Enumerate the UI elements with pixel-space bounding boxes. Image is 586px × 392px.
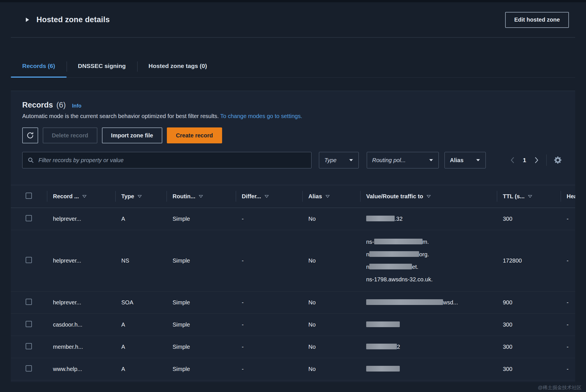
row-checkbox[interactable] [26,215,32,221]
ttl-cell: 300 [497,208,561,230]
hosted-zone-details-expander[interactable]: Hosted zone details [25,15,110,24]
record-row: member.h... A Simple - No 2 300 - [11,336,575,358]
value-cell: 2 [360,336,497,358]
delete-record-button[interactable]: Delete record [43,127,97,143]
chevron-left-icon [511,157,514,163]
import-zone-file-button[interactable]: Import zone file [102,127,162,143]
redacted-value [366,321,400,327]
row-checkbox[interactable] [26,321,32,327]
refresh-icon [26,132,34,139]
route53-hosted-zone-page: { "header": { "title": "Hosted zone deta… [0,0,586,392]
redacted-value [374,239,423,244]
info-link[interactable]: Info [72,103,81,109]
next-page-button[interactable] [533,155,540,165]
current-page[interactable]: 1 [523,157,526,164]
row-checkbox[interactable] [26,299,32,305]
redacted-value [366,216,395,221]
alias-cell: No [303,230,360,291]
record-type-cell: A [116,313,167,336]
record-name-cell: helprever... [47,208,116,230]
records-count: (6) [56,101,66,110]
tab-records[interactable]: Records (6) [11,56,67,77]
tab-hosted-zone-tags[interactable]: Hosted zone tags (0) [137,56,218,77]
health-check-cell: - [561,291,575,313]
sort-icon[interactable] [138,193,142,199]
health-check-cell: - [561,230,575,291]
differentiator-cell: - [236,208,303,230]
routing-policy-cell: Simple [167,358,236,380]
table-settings-button[interactable] [552,154,564,166]
sort-icon[interactable] [199,193,203,199]
tab-bar: Records (6) DNSSEC signing Hosted zone t… [11,38,575,78]
create-record-button[interactable]: Create record [167,127,222,143]
change-modes-settings-link[interactable]: To change modes go to settings. [220,113,302,119]
chevron-down-icon [429,159,433,162]
record-row: casdoor.h... A Simple - No 300 - [11,313,575,336]
sort-icon[interactable] [427,193,431,199]
routing-policy-cell: Simple [167,208,236,230]
filter-records-search[interactable] [22,152,312,168]
routing-policy-cell: Simple [167,313,236,336]
redacted-value [369,251,419,257]
record-name-cell: helprever... [47,230,116,291]
record-name-cell: www.help... [47,358,116,380]
col-differentiator[interactable]: Differ... [236,185,303,208]
tab-dnssec-signing[interactable]: DNSSEC signing [67,56,137,77]
ttl-cell: 300 [497,358,561,380]
filter-records-input[interactable] [38,157,306,164]
routing-policy-filter-select[interactable]: Routing pol... [367,152,439,168]
routing-policy-cell: Simple [167,230,236,291]
col-health-check[interactable]: Hea... [561,185,575,208]
col-value-route-traffic[interactable]: Value/Route traffic to [360,185,497,208]
col-routing-policy[interactable]: Routin... [167,185,236,208]
col-type[interactable]: Type [116,185,167,208]
gear-icon [554,156,562,164]
edit-hosted-zone-button[interactable]: Edit hosted zone [505,12,569,28]
sort-icon[interactable] [82,193,87,199]
record-type-cell: NS [116,230,167,291]
record-row: helprever... SOA Simple - No wsd... 900 … [11,291,575,313]
sort-icon[interactable] [265,193,269,199]
differentiator-cell: - [236,336,303,358]
redacted-value [366,299,443,305]
pagination: 1 [509,154,564,166]
records-title: Records [22,101,53,110]
differentiator-cell: - [236,313,303,336]
alias-cell: No [303,336,360,358]
routing-policy-cell: Simple [167,291,236,313]
health-check-cell: - [561,336,575,358]
record-type-cell: A [116,336,167,358]
col-record-name[interactable]: Record ... [47,185,116,208]
search-icon [28,157,34,163]
col-alias[interactable]: Alias [303,185,360,208]
redacted-value [366,344,397,349]
col-select [11,185,47,208]
hosted-zone-details-header: Hosted zone details Edit hosted zone [11,0,575,38]
routing-policy-cell: Simple [167,336,236,358]
select-all-checkbox[interactable] [26,193,32,199]
sort-icon[interactable] [528,193,532,199]
sort-icon[interactable] [325,193,330,199]
record-row: www.help... A Simple - No 300 - [11,358,575,380]
pagination-divider [546,154,547,166]
record-name-cell: helprever... [47,291,116,313]
col-ttl[interactable]: TTL (s... [497,185,561,208]
row-checkbox[interactable] [26,343,32,349]
record-name-cell: casdoor.h... [47,313,116,336]
differentiator-cell: - [236,358,303,380]
alias-filter-select[interactable]: Alias [444,152,486,168]
record-type-cell: A [116,358,167,380]
value-cell [360,313,497,336]
value-cell: wsd... [360,291,497,313]
alias-cell: No [303,313,360,336]
type-filter-select[interactable]: Type [319,152,359,168]
row-checkbox[interactable] [26,257,32,263]
records-panel-header: Records (6) Info Automatic mode is the c… [11,91,575,168]
value-cell: ns-m. norg. net. ns-1798.awsdns-32.co.uk… [360,230,497,291]
row-checkbox[interactable] [26,365,32,372]
refresh-button[interactable] [22,127,38,143]
record-row: helprever... NS Simple - No ns-m. norg. … [11,230,575,291]
records-table: Record ... Type Routin... Differ... Alia… [11,185,575,380]
previous-page-button[interactable] [509,155,516,165]
expand-triangle-icon [25,17,30,22]
